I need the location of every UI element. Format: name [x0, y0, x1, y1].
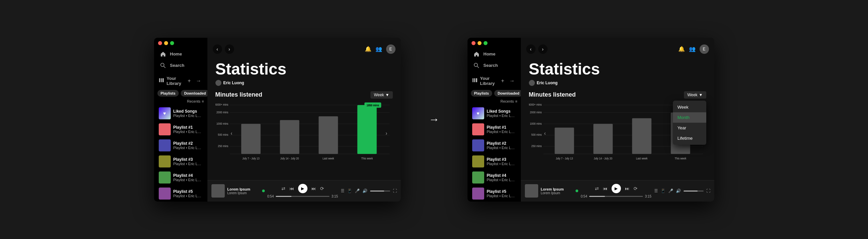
maximize-button[interactable]: [170, 41, 174, 45]
library-title-2: Your Library: [480, 76, 499, 86]
prev-button[interactable]: ⏮: [289, 186, 294, 191]
user-avatar-dot-2: [529, 80, 535, 86]
prev-button-2[interactable]: ⏮: [603, 186, 608, 191]
bell-icon-2[interactable]: 🔔: [678, 46, 685, 52]
repeat-button-2[interactable]: ⟳: [633, 186, 638, 191]
repeat-button[interactable]: ⟳: [320, 186, 324, 191]
avatar-2[interactable]: E: [700, 45, 709, 54]
playlist-item-4[interactable]: Playlist #4 Playlist • Eric Luong: [155, 169, 206, 186]
sidebar-item-search[interactable]: Search: [157, 60, 205, 71]
nav-forward-button-2[interactable]: ›: [538, 45, 548, 54]
queue-button-2[interactable]: ☰: [654, 188, 658, 193]
minimize-button-2[interactable]: [477, 41, 482, 45]
playlist-name-3: Playlist #3: [174, 157, 203, 162]
week-selector-button[interactable]: Week ▼: [370, 91, 393, 99]
playlist-name-liked: Liked Songs: [174, 109, 203, 114]
chevron-down-icon: ▼: [385, 92, 390, 97]
friends-icon-2[interactable]: 👥: [689, 46, 695, 52]
dropdown-lifetime[interactable]: Lifetime: [673, 133, 706, 143]
volume-slider[interactable]: [370, 190, 390, 191]
sidebar-item-home-2[interactable]: Home: [470, 49, 518, 60]
dropdown-week[interactable]: Week: [673, 102, 706, 112]
list-icon-2: ≡: [515, 99, 517, 103]
next-button-2[interactable]: ⏭: [625, 186, 629, 191]
playlist-item-1-2[interactable]: Playlist #1 Playlist • Eric Luong: [469, 121, 520, 137]
recents-row[interactable]: Recents ≡: [154, 99, 208, 104]
mic-button-2[interactable]: 🎤: [668, 188, 673, 193]
playlist-item-5[interactable]: Playlist #5 Playlist • Eric Luong: [155, 186, 206, 202]
devices-button[interactable]: 📱: [347, 188, 352, 193]
close-button-2[interactable]: [471, 41, 475, 45]
week-selector-button-2[interactable]: Week ▼: [684, 91, 706, 99]
fullscreen-button-2[interactable]: ⛶: [706, 188, 710, 193]
volume-fill-2: [684, 190, 698, 191]
svg-text:2000 mins: 2000 mins: [530, 110, 542, 114]
playlist-thumb-2: [159, 139, 171, 152]
queue-button[interactable]: ☰: [341, 188, 344, 193]
playlist-thumb-4: [159, 171, 171, 184]
filter-downloaded-2[interactable]: Downloaded: [494, 90, 523, 97]
playlist-thumb-3: [159, 155, 171, 167]
sidebar-item-search-2[interactable]: Search: [470, 60, 518, 71]
playlist-item-2-2[interactable]: Playlist #2 Playlist • Eric Luong: [469, 137, 520, 154]
shuffle-button-2[interactable]: ⇄: [595, 186, 599, 191]
time-current-2: 0:54: [581, 194, 587, 198]
sidebar-nav-2: Home Search: [467, 49, 521, 71]
next-button[interactable]: ⏭: [311, 186, 316, 191]
user-name: Eric Luong: [223, 81, 244, 85]
playlist-item-liked-2[interactable]: ♥ Liked Songs Playlist • Eric Luong: [469, 105, 520, 121]
progress-track[interactable]: [276, 196, 330, 197]
fullscreen-button[interactable]: ⛶: [393, 188, 397, 193]
svg-text:4000+ mins: 4000+ mins: [215, 103, 228, 106]
recents-row-2[interactable]: Recents ≡: [467, 99, 521, 104]
library-header-2: Your Library + →: [469, 74, 520, 88]
play-pause-button[interactable]: ▶: [298, 184, 307, 193]
playlist-info-2: Playlist #2 Playlist • Eric Luong: [174, 141, 203, 150]
nav-arrows: ‹ ›: [213, 45, 234, 54]
playlist-item-liked[interactable]: ♥ Liked Songs Playlist • Eric Luong: [155, 105, 206, 121]
play-pause-button-2[interactable]: ▶: [612, 184, 621, 193]
devices-button-2[interactable]: 📱: [660, 188, 665, 193]
time-total-2: 3:15: [645, 194, 651, 198]
shuffle-button[interactable]: ⇄: [281, 186, 285, 191]
library-add-button-2[interactable]: +: [499, 77, 507, 85]
playlist-item-2[interactable]: Playlist #2 Playlist • Eric Luong: [155, 137, 206, 154]
maximize-button-2[interactable]: [484, 41, 488, 45]
bell-icon[interactable]: 🔔: [365, 46, 371, 52]
svg-point-28: [474, 63, 477, 67]
playlist-item-1[interactable]: Playlist #1 Playlist • Eric Luong: [155, 121, 206, 137]
time-total: 3:15: [332, 194, 338, 198]
mic-button[interactable]: 🎤: [355, 188, 360, 193]
library-expand-button-2[interactable]: →: [508, 77, 516, 85]
week-dropdown[interactable]: Week Month Year Lifetime: [673, 101, 706, 145]
progress-track-2[interactable]: [589, 196, 643, 197]
sidebar-2: Home Search Your Library: [467, 38, 521, 202]
nav-forward-button[interactable]: ›: [225, 45, 234, 54]
sidebar-item-home[interactable]: Home: [157, 49, 205, 60]
nav-back-button[interactable]: ‹: [213, 45, 222, 54]
nav-back-button-2[interactable]: ‹: [526, 45, 535, 54]
playlist-item-5-2[interactable]: Playlist #5 Playlist • Eric Luong: [469, 186, 520, 202]
dropdown-year[interactable]: Year: [673, 123, 706, 133]
library-add-button[interactable]: +: [185, 77, 193, 85]
avatar[interactable]: E: [386, 45, 396, 54]
library-expand-button[interactable]: →: [195, 77, 203, 85]
close-button[interactable]: [158, 41, 162, 45]
playlist-list: ♥ Liked Songs Playlist • Eric Luong Play…: [154, 104, 208, 202]
minimize-button[interactable]: [164, 41, 168, 45]
volume-button-2[interactable]: 🔊: [676, 188, 681, 193]
friends-icon[interactable]: 👥: [375, 46, 382, 52]
svg-rect-2: [159, 78, 160, 82]
player-track-info-2: Lorem Ipsum Lorem Ipsum: [541, 187, 573, 195]
playlist-item-3-2[interactable]: Playlist #3 Playlist • Eric Luong: [469, 154, 520, 169]
playlist-item-4-2[interactable]: Playlist #4 Playlist • Eric Luong: [469, 169, 520, 186]
svg-text:Last week: Last week: [322, 156, 335, 160]
player-track-name: Lorem Ipsum: [227, 187, 259, 191]
filter-playlists-2[interactable]: Playlists: [471, 90, 493, 97]
dropdown-month[interactable]: Month: [673, 112, 706, 123]
volume-button[interactable]: 🔊: [363, 188, 368, 193]
volume-slider-2[interactable]: [684, 190, 704, 191]
filter-downloaded[interactable]: Downloaded: [181, 90, 209, 97]
filter-playlists[interactable]: Playlists: [157, 90, 179, 97]
playlist-item-3[interactable]: Playlist #3 Playlist • Eric Luong: [155, 154, 206, 169]
